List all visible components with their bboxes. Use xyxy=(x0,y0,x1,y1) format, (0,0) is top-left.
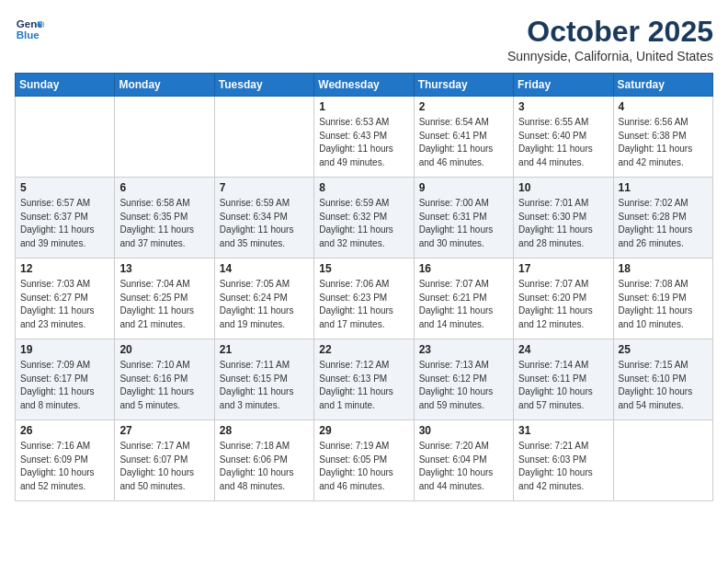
calendar-cell: 11Sunrise: 7:02 AM Sunset: 6:28 PM Dayli… xyxy=(613,178,712,259)
calendar-cell: 20Sunrise: 7:10 AM Sunset: 6:16 PM Dayli… xyxy=(115,339,214,420)
calendar-cell: 21Sunrise: 7:11 AM Sunset: 6:15 PM Dayli… xyxy=(214,339,313,420)
day-info: Sunrise: 7:07 AM Sunset: 6:21 PM Dayligh… xyxy=(419,278,508,331)
weekday-header: Friday xyxy=(514,74,613,97)
calendar-cell xyxy=(214,97,313,178)
calendar-cell: 24Sunrise: 7:14 AM Sunset: 6:11 PM Dayli… xyxy=(514,339,613,420)
weekday-header: Wednesday xyxy=(314,74,414,97)
calendar-cell: 9Sunrise: 7:00 AM Sunset: 6:31 PM Daylig… xyxy=(414,178,513,259)
calendar-cell: 19Sunrise: 7:09 AM Sunset: 6:17 PM Dayli… xyxy=(16,339,115,420)
svg-text:Blue: Blue xyxy=(17,29,40,40)
day-info: Sunrise: 7:10 AM Sunset: 6:16 PM Dayligh… xyxy=(119,359,209,412)
day-number: 12 xyxy=(20,262,109,275)
day-number: 20 xyxy=(119,343,209,356)
day-info: Sunrise: 6:55 AM Sunset: 6:40 PM Dayligh… xyxy=(518,116,608,169)
weekday-header: Saturday xyxy=(613,74,712,97)
day-info: Sunrise: 7:18 AM Sunset: 6:06 PM Dayligh… xyxy=(220,440,309,493)
day-number: 13 xyxy=(119,262,209,275)
calendar-cell: 10Sunrise: 7:01 AM Sunset: 6:30 PM Dayli… xyxy=(514,178,613,259)
title-block: October 2025 Sunnyside, California, Unit… xyxy=(507,15,713,63)
calendar-cell: 15Sunrise: 7:06 AM Sunset: 6:23 PM Dayli… xyxy=(314,259,414,339)
day-info: Sunrise: 7:05 AM Sunset: 6:24 PM Dayligh… xyxy=(220,278,309,331)
day-info: Sunrise: 7:04 AM Sunset: 6:25 PM Dayligh… xyxy=(119,278,209,331)
calendar-cell: 25Sunrise: 7:15 AM Sunset: 6:10 PM Dayli… xyxy=(613,339,712,420)
day-info: Sunrise: 7:15 AM Sunset: 6:10 PM Dayligh… xyxy=(619,359,708,412)
day-info: Sunrise: 7:17 AM Sunset: 6:07 PM Dayligh… xyxy=(119,440,209,493)
calendar-cell: 4Sunrise: 6:56 AM Sunset: 6:38 PM Daylig… xyxy=(613,97,712,178)
calendar-cell: 23Sunrise: 7:13 AM Sunset: 6:12 PM Dayli… xyxy=(414,339,513,420)
calendar-cell: 30Sunrise: 7:20 AM Sunset: 6:04 PM Dayli… xyxy=(414,420,513,501)
day-number: 21 xyxy=(220,343,309,356)
calendar-cell: 29Sunrise: 7:19 AM Sunset: 6:05 PM Dayli… xyxy=(314,420,414,501)
calendar-cell xyxy=(613,420,712,501)
calendar-cell: 26Sunrise: 7:16 AM Sunset: 6:09 PM Dayli… xyxy=(16,420,115,501)
day-number: 4 xyxy=(619,100,708,113)
calendar-cell: 22Sunrise: 7:12 AM Sunset: 6:13 PM Dayli… xyxy=(314,339,414,420)
calendar-cell: 12Sunrise: 7:03 AM Sunset: 6:27 PM Dayli… xyxy=(16,259,115,339)
day-number: 23 xyxy=(419,343,508,356)
day-number: 9 xyxy=(419,181,508,194)
day-number: 17 xyxy=(518,262,608,275)
day-number: 5 xyxy=(20,181,109,194)
calendar-cell: 18Sunrise: 7:08 AM Sunset: 6:19 PM Dayli… xyxy=(613,259,712,339)
day-info: Sunrise: 7:03 AM Sunset: 6:27 PM Dayligh… xyxy=(20,278,109,331)
day-info: Sunrise: 6:56 AM Sunset: 6:38 PM Dayligh… xyxy=(619,116,708,169)
day-number: 10 xyxy=(518,181,608,194)
location-subtitle: Sunnyside, California, United States xyxy=(507,49,713,63)
day-number: 29 xyxy=(319,424,408,437)
day-info: Sunrise: 7:07 AM Sunset: 6:20 PM Dayligh… xyxy=(518,278,608,331)
day-number: 26 xyxy=(20,424,109,437)
day-number: 16 xyxy=(419,262,508,275)
calendar-cell: 16Sunrise: 7:07 AM Sunset: 6:21 PM Dayli… xyxy=(414,259,513,339)
day-number: 11 xyxy=(619,181,708,194)
calendar-cell: 1Sunrise: 6:53 AM Sunset: 6:43 PM Daylig… xyxy=(314,97,414,178)
calendar-cell: 2Sunrise: 6:54 AM Sunset: 6:41 PM Daylig… xyxy=(414,97,513,178)
day-info: Sunrise: 7:00 AM Sunset: 6:31 PM Dayligh… xyxy=(419,197,508,250)
day-info: Sunrise: 7:14 AM Sunset: 6:11 PM Dayligh… xyxy=(518,359,608,412)
weekday-header: Tuesday xyxy=(214,74,313,97)
calendar-cell: 27Sunrise: 7:17 AM Sunset: 6:07 PM Dayli… xyxy=(115,420,214,501)
day-number: 19 xyxy=(20,343,109,356)
day-number: 31 xyxy=(518,424,608,437)
day-info: Sunrise: 6:57 AM Sunset: 6:37 PM Dayligh… xyxy=(20,197,109,250)
day-info: Sunrise: 7:06 AM Sunset: 6:23 PM Dayligh… xyxy=(319,278,408,331)
day-info: Sunrise: 7:02 AM Sunset: 6:28 PM Dayligh… xyxy=(619,197,708,250)
day-info: Sunrise: 7:09 AM Sunset: 6:17 PM Dayligh… xyxy=(20,359,109,412)
day-info: Sunrise: 7:11 AM Sunset: 6:15 PM Dayligh… xyxy=(220,359,309,412)
day-info: Sunrise: 7:21 AM Sunset: 6:03 PM Dayligh… xyxy=(518,440,608,493)
day-number: 8 xyxy=(319,181,408,194)
calendar-cell: 17Sunrise: 7:07 AM Sunset: 6:20 PM Dayli… xyxy=(514,259,613,339)
day-info: Sunrise: 6:58 AM Sunset: 6:35 PM Dayligh… xyxy=(119,197,209,250)
calendar-cell: 31Sunrise: 7:21 AM Sunset: 6:03 PM Dayli… xyxy=(514,420,613,501)
day-info: Sunrise: 6:54 AM Sunset: 6:41 PM Dayligh… xyxy=(419,116,508,169)
day-number: 18 xyxy=(619,262,708,275)
day-number: 22 xyxy=(319,343,408,356)
day-number: 25 xyxy=(619,343,708,356)
day-info: Sunrise: 6:59 AM Sunset: 6:32 PM Dayligh… xyxy=(319,197,408,250)
day-info: Sunrise: 6:53 AM Sunset: 6:43 PM Dayligh… xyxy=(319,116,408,169)
weekday-header: Monday xyxy=(115,74,214,97)
day-info: Sunrise: 7:20 AM Sunset: 6:04 PM Dayligh… xyxy=(419,440,508,493)
day-info: Sunrise: 7:12 AM Sunset: 6:13 PM Dayligh… xyxy=(319,359,408,412)
day-info: Sunrise: 7:08 AM Sunset: 6:19 PM Dayligh… xyxy=(619,278,708,331)
day-number: 14 xyxy=(220,262,309,275)
day-number: 30 xyxy=(419,424,508,437)
weekday-header: Sunday xyxy=(16,74,115,97)
day-info: Sunrise: 7:13 AM Sunset: 6:12 PM Dayligh… xyxy=(419,359,508,412)
calendar-table: SundayMondayTuesdayWednesdayThursdayFrid… xyxy=(15,73,713,501)
day-info: Sunrise: 7:01 AM Sunset: 6:30 PM Dayligh… xyxy=(518,197,608,250)
calendar-cell: 13Sunrise: 7:04 AM Sunset: 6:25 PM Dayli… xyxy=(115,259,214,339)
day-info: Sunrise: 7:19 AM Sunset: 6:05 PM Dayligh… xyxy=(319,440,408,493)
calendar-cell xyxy=(16,97,115,178)
day-info: Sunrise: 6:59 AM Sunset: 6:34 PM Dayligh… xyxy=(220,197,309,250)
day-info: Sunrise: 7:16 AM Sunset: 6:09 PM Dayligh… xyxy=(20,440,109,493)
day-number: 2 xyxy=(419,100,508,113)
calendar-cell: 3Sunrise: 6:55 AM Sunset: 6:40 PM Daylig… xyxy=(514,97,613,178)
calendar-cell: 8Sunrise: 6:59 AM Sunset: 6:32 PM Daylig… xyxy=(314,178,414,259)
logo-icon: General Blue xyxy=(15,15,44,44)
calendar-cell xyxy=(115,97,214,178)
day-number: 1 xyxy=(319,100,408,113)
logo: General Blue xyxy=(15,15,44,44)
day-number: 24 xyxy=(518,343,608,356)
calendar-cell: 5Sunrise: 6:57 AM Sunset: 6:37 PM Daylig… xyxy=(16,178,115,259)
day-number: 3 xyxy=(518,100,608,113)
